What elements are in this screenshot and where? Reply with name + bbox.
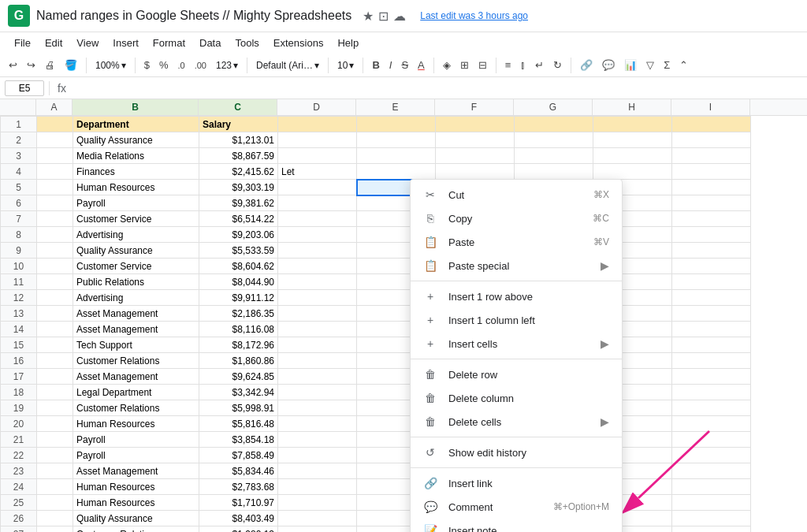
cell-a24[interactable] [37,479,73,495]
cell-g1[interactable] [515,117,593,132]
print-button[interactable]: 🖨 [41,57,59,73]
context-menu-item-insert-col[interactable]: +Insert 1 column left [411,308,622,332]
bold-button[interactable]: B [368,57,383,73]
row-number[interactable]: 10 [1,259,37,274]
strikethrough-button[interactable]: S [397,57,412,73]
cell-a3[interactable] [37,148,73,164]
cell-f2[interactable] [436,132,515,148]
cell-a8[interactable] [37,227,73,243]
cell-c19[interactable]: $5,998.91 [199,400,278,416]
wrap-button[interactable]: ↵ [531,57,548,73]
cell-i11[interactable] [672,274,751,290]
decimal-inc-button[interactable]: .00 [191,58,210,73]
expand-button[interactable]: ⌃ [675,57,692,73]
cell-e4[interactable] [357,164,436,180]
cell-a15[interactable] [37,337,73,353]
cell-a11[interactable] [37,274,73,290]
cell-c10[interactable]: $8,604.62 [199,259,278,274]
row-number[interactable]: 9 [1,243,37,259]
cell-b27[interactable]: Customer Relations [73,526,199,533]
table-container[interactable]: 1DepartmentSalary2Quality Assurance$1,21… [0,116,807,532]
cell-d12[interactable] [278,290,357,306]
cell-b10[interactable]: Customer Service [73,259,199,274]
folder-icon[interactable]: ⊡ [378,9,389,24]
row-number[interactable]: 20 [1,416,37,432]
cell-a1[interactable] [37,117,73,132]
cell-b3[interactable]: Media Relations [73,148,199,164]
borders-button[interactable]: ⊞ [456,57,473,73]
row-number[interactable]: 7 [1,211,37,227]
cell-i8[interactable] [672,227,751,243]
cell-a19[interactable] [37,400,73,416]
cell-i9[interactable] [672,243,751,259]
rotate-button[interactable]: ↻ [549,57,566,73]
cell-c25[interactable]: $1,710.97 [199,495,278,511]
fill-color-button[interactable]: ◈ [439,57,455,73]
cell-i6[interactable] [672,195,751,211]
comment-button[interactable]: 💬 [598,57,619,73]
cell-b23[interactable]: Asset Management [73,463,199,479]
cell-b17[interactable]: Asset Management [73,369,199,385]
cell-b15[interactable]: Tech Support [73,337,199,353]
cell-d26[interactable] [278,511,357,526]
cell-b13[interactable]: Asset Management [73,306,199,322]
cell-b20[interactable]: Human Resources [73,416,199,432]
cell-b7[interactable]: Customer Service [73,211,199,227]
cell-d19[interactable] [278,400,357,416]
link-button[interactable]: 🔗 [576,57,597,73]
menu-item-tools[interactable]: Tools [229,34,265,52]
format-number-dropdown[interactable]: 123 ▾ [212,58,242,73]
cell-a20[interactable] [37,416,73,432]
cell-f1[interactable] [436,117,515,132]
cell-h1[interactable] [593,117,672,132]
cell-d11[interactable] [278,274,357,290]
cell-d1[interactable] [278,117,357,132]
cell-b16[interactable]: Customer Relations [73,353,199,369]
cell-h4[interactable] [593,164,672,180]
cell-i2[interactable] [672,132,751,148]
row-number[interactable]: 4 [1,164,37,180]
context-menu-item-insert-row[interactable]: +Insert 1 row above [411,285,622,308]
cell-c6[interactable]: $9,381.62 [199,195,278,211]
cell-b2[interactable]: Quality Assurance [73,132,199,148]
cell-d8[interactable] [278,227,357,243]
filter-button[interactable]: ▽ [642,57,658,73]
cell-a21[interactable] [37,432,73,448]
cell-i22[interactable] [672,448,751,463]
cell-i16[interactable] [672,353,751,369]
row-number[interactable]: 13 [1,306,37,322]
menu-item-data[interactable]: Data [193,34,227,52]
cell-b6[interactable]: Payroll [73,195,199,211]
cell-e2[interactable] [357,132,436,148]
cell-d5[interactable] [278,180,357,195]
context-menu-item-paste[interactable]: 📋Paste⌘V [411,230,622,254]
valign-button[interactable]: ⫿ [516,57,530,73]
cell-c20[interactable]: $5,816.48 [199,416,278,432]
cell-a14[interactable] [37,322,73,337]
cell-f4[interactable] [436,164,515,180]
row-number[interactable]: 1 [1,117,37,132]
cell-c9[interactable]: $5,533.59 [199,243,278,259]
cell-a25[interactable] [37,495,73,511]
context-menu-item-insert-cells[interactable]: +Insert cells▶ [411,332,622,355]
cell-b21[interactable]: Payroll [73,432,199,448]
cell-i7[interactable] [672,211,751,227]
cell-i10[interactable] [672,259,751,274]
cell-g3[interactable] [515,148,593,164]
row-number[interactable]: 2 [1,132,37,148]
cell-b9[interactable]: Quality Assurance [73,243,199,259]
cell-g2[interactable] [515,132,593,148]
zoom-dropdown[interactable]: 100% ▾ [91,58,130,73]
undo-button[interactable]: ↩ [5,57,21,73]
font-color-button[interactable]: A [414,57,429,73]
cell-b25[interactable]: Human Resources [73,495,199,511]
cell-a22[interactable] [37,448,73,463]
row-number[interactable]: 27 [1,526,37,533]
context-menu-item-paste-special[interactable]: 📋Paste special▶ [411,254,622,277]
formula-input[interactable] [74,82,802,94]
row-number[interactable]: 11 [1,274,37,290]
cell-d25[interactable] [278,495,357,511]
cell-c12[interactable]: $9,911.12 [199,290,278,306]
cell-i21[interactable] [672,432,751,448]
cell-b8[interactable]: Advertising [73,227,199,243]
